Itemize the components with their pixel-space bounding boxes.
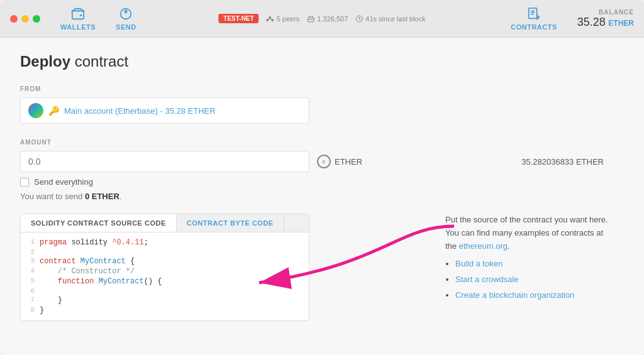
- help-panel: Put the source of the contract you want …: [435, 214, 624, 321]
- nav-items: WALLETS SEND: [60, 7, 136, 31]
- peers-status: 5 peers: [267, 15, 300, 23]
- testnet-badge: TEST-NET: [218, 14, 258, 23]
- build-token-link[interactable]: Build a token: [455, 259, 502, 268]
- crowdsale-link[interactable]: Start a crowdsale: [455, 275, 518, 284]
- account-avatar: [28, 103, 43, 118]
- amount-label: AMOUNT: [20, 139, 624, 146]
- amount-input[interactable]: [20, 151, 309, 172]
- wallets-icon: [71, 7, 85, 21]
- help-item-1: Build a token: [455, 258, 614, 271]
- from-label: FROM: [20, 85, 624, 92]
- code-line-2: 2: [21, 248, 309, 256]
- code-line-8: 8 }: [21, 305, 309, 315]
- main-content: Deploy contract FROM 🔑 Main account (Eth…: [0, 38, 644, 355]
- key-icon: 🔑: [48, 106, 59, 116]
- code-tabs: SOLIDITY CONTRACT SOURCE CODE CONTRACT B…: [21, 214, 309, 232]
- code-panel: SOLIDITY CONTRACT SOURCE CODE CONTRACT B…: [20, 214, 309, 321]
- svg-rect-1: [80, 14, 82, 16]
- code-section: SOLIDITY CONTRACT SOURCE CODE CONTRACT B…: [20, 214, 624, 321]
- nav-right: CONTRACTS BALANCE 35.28 ETHER: [511, 7, 634, 31]
- send-info-value: 0 ETHER: [85, 192, 119, 201]
- svg-point-4: [269, 16, 272, 19]
- peers-icon: [267, 15, 274, 23]
- clock-icon: [355, 15, 363, 23]
- tab-solidity[interactable]: SOLIDITY CONTRACT SOURCE CODE: [21, 214, 177, 232]
- block-number: 1,326,507: [317, 15, 348, 23]
- balance-currency-2: ETHER: [608, 19, 634, 28]
- ether-selector[interactable]: ≡ ETHER: [317, 155, 362, 168]
- balance-amount: 35.28: [577, 16, 606, 28]
- window-controls: [10, 15, 40, 23]
- network-status: TEST-NET 5 peers 1,326,507: [218, 14, 425, 23]
- help-list: Build a token Start a crowdsale Create a…: [455, 258, 614, 302]
- ether-label: ETHER: [335, 157, 362, 167]
- block-icon: [307, 15, 314, 23]
- svg-rect-0: [72, 11, 84, 19]
- last-block-text: 41s since last block: [365, 15, 425, 23]
- send-info: You want to send 0 ETHER.: [20, 192, 624, 201]
- balance-label: BALANCE: [577, 9, 634, 16]
- balance-amount-row: 35.28 ETHER: [577, 16, 634, 29]
- svg-line-15: [359, 19, 360, 19]
- amount-section: AMOUNT ≡ ETHER 35.282036833 ETHER Send e…: [20, 139, 624, 201]
- titlebar: WALLETS SEND TEST-NET 5 peers: [0, 0, 644, 38]
- from-field: 🔑 Main account (Etherbase) - 35.28 ETHER: [20, 97, 309, 124]
- code-line-1: 1 pragma solidity ^0.4.11;: [21, 238, 309, 248]
- amount-row: ≡ ETHER 35.282036833 ETHER: [20, 151, 624, 172]
- nav-send[interactable]: SEND: [116, 7, 136, 31]
- send-label: SEND: [116, 23, 136, 31]
- send-everything-label: Send everything: [34, 177, 93, 187]
- block-status: 1,326,507: [307, 15, 348, 23]
- wallets-label: WALLETS: [60, 23, 96, 31]
- nav-wallets[interactable]: WALLETS: [60, 7, 96, 31]
- close-button[interactable]: [10, 15, 18, 23]
- account-name[interactable]: Main account (Etherbase) - 35.28 ETHER: [64, 106, 216, 116]
- code-editor[interactable]: 1 pragma solidity ^0.4.11; 2 3 contract …: [21, 232, 309, 320]
- last-block-status: 41s since last block: [355, 15, 425, 23]
- help-text: Put the source of the contract you want …: [445, 214, 614, 253]
- code-line-5: 5 function MyContract() {: [21, 276, 309, 287]
- ethereum-link[interactable]: ethereum.org: [459, 241, 508, 251]
- page-title: Deploy contract: [20, 53, 624, 70]
- help-item-2: Start a crowdsale: [455, 273, 614, 287]
- peers-text: 5 peers: [277, 15, 300, 23]
- nav-contracts[interactable]: CONTRACTS: [511, 7, 557, 31]
- send-icon: [119, 7, 133, 21]
- minimize-button[interactable]: [21, 15, 29, 23]
- send-everything-row: Send everything: [20, 177, 624, 187]
- maximize-button[interactable]: [33, 15, 40, 23]
- help-item-3: Create a blockchain organization: [455, 289, 614, 302]
- code-line-7: 7 }: [21, 295, 309, 305]
- tab-bytecode[interactable]: CONTRACT BYTE CODE: [177, 214, 284, 232]
- contracts-icon: [527, 7, 541, 21]
- balance-display: 35.282036833 ETHER: [521, 157, 624, 167]
- ether-icon: ≡: [317, 155, 331, 168]
- send-everything-checkbox[interactable]: [20, 178, 29, 187]
- send-info-suffix: .: [119, 192, 122, 201]
- code-line-4: 4 /* Constructor */: [21, 266, 309, 276]
- page-title-rest: contract: [70, 53, 128, 70]
- send-info-prefix: You want to send: [20, 192, 85, 201]
- balance-section: BALANCE 35.28 ETHER: [577, 9, 634, 29]
- blockchain-org-link[interactable]: Create a blockchain organization: [455, 290, 574, 300]
- page-title-bold: Deploy: [20, 53, 70, 70]
- code-line-6: 6: [21, 287, 309, 295]
- code-line-3: 3 contract MyContract {: [21, 256, 309, 266]
- contracts-label: CONTRACTS: [511, 23, 557, 31]
